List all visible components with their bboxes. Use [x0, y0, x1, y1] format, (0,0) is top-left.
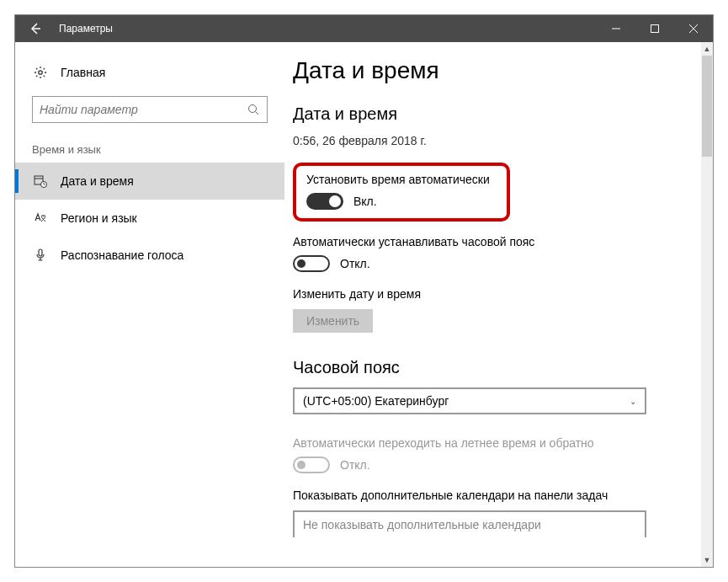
- sidebar-item-speech[interactable]: Распознавание голоса: [15, 237, 284, 274]
- gear-icon: [32, 66, 49, 79]
- calendar-clock-icon: [32, 174, 49, 188]
- svg-rect-5: [39, 249, 42, 256]
- auto-time-state: Вкл.: [353, 195, 377, 208]
- page-title: Дата и время: [293, 57, 688, 84]
- dst-state: Откл.: [340, 458, 370, 472]
- home-label: Главная: [61, 66, 105, 79]
- search-input[interactable]: [40, 103, 247, 116]
- content-area: Дата и время Дата и время 0:56, 26 февра…: [284, 42, 713, 567]
- titlebar: Параметры: [15, 15, 713, 42]
- maximize-button[interactable]: [635, 15, 674, 42]
- toggle-knob: [329, 195, 341, 207]
- chevron-down-icon: ⌄: [630, 397, 636, 406]
- current-datetime: 0:56, 26 февраля 2018 г.: [293, 134, 688, 147]
- search-icon: [247, 104, 260, 115]
- auto-tz-label: Автоматически устанавливать часовой пояс: [293, 235, 688, 248]
- maximize-icon: [651, 24, 659, 33]
- auto-time-label: Установить время автоматически: [306, 173, 490, 186]
- scrollbar[interactable]: ▲ ▼: [701, 42, 713, 567]
- svg-point-1: [39, 71, 42, 74]
- change-button: Изменить: [293, 309, 373, 333]
- auto-time-toggle[interactable]: [306, 193, 343, 210]
- home-link[interactable]: Главная: [15, 57, 284, 88]
- window-title: Параметры: [56, 23, 597, 35]
- dst-label: Автоматически переходить на летнее время…: [293, 436, 688, 450]
- timezone-selected: (UTC+05:00) Екатеринбург: [303, 394, 449, 408]
- extra-calendars-selected: Не показывать дополнительные календари: [303, 518, 541, 531]
- highlight-annotation: Установить время автоматически Вкл.: [293, 163, 510, 222]
- sidebar-item-label: Дата и время: [61, 174, 134, 188]
- toggle-knob: [297, 259, 306, 268]
- section-title: Дата и время: [293, 104, 688, 124]
- minimize-icon: [612, 24, 620, 33]
- auto-tz-state: Откл.: [340, 257, 370, 270]
- extra-calendars-label: Показывать дополнительные календари на п…: [293, 489, 688, 502]
- close-button[interactable]: [674, 15, 713, 42]
- sidebar: Главная Время и язык Дата и время: [15, 42, 284, 567]
- auto-tz-toggle[interactable]: [293, 255, 330, 272]
- timezone-title: Часовой пояс: [293, 358, 688, 377]
- svg-rect-0: [651, 25, 659, 33]
- language-icon: [32, 211, 49, 225]
- scroll-down-icon[interactable]: ▼: [701, 553, 713, 567]
- arrow-left-icon: [29, 22, 42, 35]
- extra-calendars-select[interactable]: Не показывать дополнительные календари: [293, 510, 646, 537]
- search-box[interactable]: [32, 96, 268, 123]
- sidebar-item-region-language[interactable]: Регион и язык: [15, 200, 284, 237]
- scroll-up-icon[interactable]: ▲: [701, 42, 713, 56]
- scroll-thumb[interactable]: [702, 56, 712, 157]
- sidebar-item-date-time[interactable]: Дата и время: [15, 163, 284, 200]
- close-icon: [689, 24, 698, 33]
- timezone-select[interactable]: (UTC+05:00) Екатеринбург ⌄: [293, 387, 646, 414]
- minimize-button[interactable]: [597, 15, 635, 42]
- change-datetime-label: Изменить дату и время: [293, 287, 688, 301]
- sidebar-category: Время и язык: [15, 123, 284, 163]
- dst-toggle: [293, 457, 330, 473]
- toggle-knob: [297, 461, 306, 469]
- svg-point-2: [249, 105, 257, 113]
- microphone-icon: [32, 248, 49, 262]
- back-button[interactable]: [15, 15, 56, 42]
- sidebar-item-label: Регион и язык: [61, 211, 137, 225]
- sidebar-item-label: Распознавание голоса: [61, 248, 183, 262]
